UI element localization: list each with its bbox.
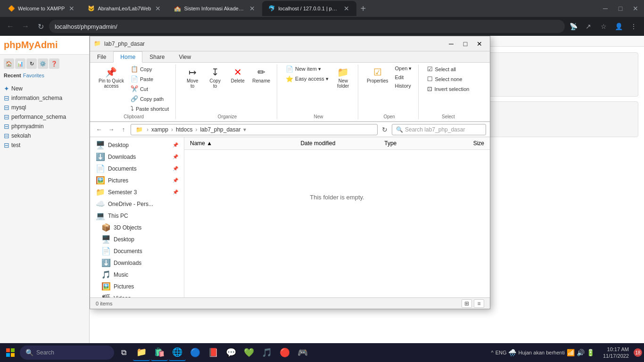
back-button[interactable]: ← xyxy=(4,20,17,33)
tab-close-siakad[interactable]: ✕ xyxy=(248,4,256,13)
fe-forward-button[interactable]: → xyxy=(106,124,116,135)
fe-col-type[interactable]: Type xyxy=(382,139,439,148)
fe-pin-quick-access-button[interactable]: 📌 Pin to Quickaccess xyxy=(96,65,127,113)
more-options-icon[interactable]: ⋮ xyxy=(627,20,640,33)
fe-sidebar-thispc[interactable]: 💻 This PC xyxy=(90,210,184,222)
tab-siakad[interactable]: 🏫 Sistem Informasi Akademik ✕ xyxy=(168,1,262,16)
fe-cut-button[interactable]: ✂️ Cut xyxy=(128,84,172,93)
fe-up-button[interactable]: ↑ xyxy=(118,124,129,135)
fe-sidebar-downloads[interactable]: ⬇️ Downloads 📌 xyxy=(90,151,184,163)
fe-sidebar-documents[interactable]: 📄 Documents 📌 xyxy=(90,163,184,174)
fe-delete-button[interactable]: ✕ Delete xyxy=(227,65,248,113)
fe-rename-button[interactable]: ✏ Rename xyxy=(249,65,273,113)
fe-col-date[interactable]: Date modified xyxy=(298,139,382,148)
fe-select-none-button[interactable]: ☐ Select none xyxy=(424,74,472,83)
fe-path-htdocs[interactable]: htdocs xyxy=(176,126,192,133)
fe-back-button[interactable]: ← xyxy=(94,124,104,135)
fe-sidebar-music[interactable]: 🎵 Music xyxy=(90,269,184,280)
fe-new-item-button[interactable]: 📄 New item ▾ xyxy=(283,65,331,74)
fe-search-box[interactable]: 🔍 Search lab7_php_dasar xyxy=(392,124,486,135)
fe-path-breadcrumb[interactable]: 📁 › xampp › htdocs › lab7_php_dasar ▾ xyxy=(131,124,378,135)
fe-copy-path-button[interactable]: 🔗 Copy path xyxy=(128,94,172,103)
fe-sidebar-semester3[interactable]: 📁 Semester 3 📌 xyxy=(90,186,184,198)
taskbar-spotify[interactable]: 🎵 xyxy=(258,344,275,361)
pma-db-icon[interactable]: 📊 xyxy=(15,58,25,69)
maximize-browser-icon[interactable]: □ xyxy=(614,2,627,15)
fe-sidebar-videos[interactable]: 🎬 Videos xyxy=(90,292,184,297)
fe-sidebar-onedrive[interactable]: ☁️ OneDrive - Pers... xyxy=(90,198,184,210)
pma-home-icon[interactable]: 🏠 xyxy=(4,58,14,69)
profile-icon[interactable]: 👤 xyxy=(612,20,625,33)
fe-edit-button[interactable]: Edit xyxy=(392,74,414,81)
taskbar-clock[interactable]: 10:17 AM 11/17/2022 xyxy=(599,346,633,360)
taskbar-chrome[interactable]: 🔵 xyxy=(187,344,204,361)
fe-path-lab7[interactable]: lab7_php_dasar xyxy=(200,126,240,133)
fe-history-button[interactable]: History xyxy=(392,82,414,90)
taskbar-search-box[interactable]: 🔍 Search xyxy=(20,346,114,360)
taskbar-acrobat[interactable]: 📕 xyxy=(205,344,222,361)
fe-paste-shortcut-button[interactable]: ⤵ Paste shortcut xyxy=(128,104,172,113)
fe-new-folder-button[interactable]: 📁 Newfolder xyxy=(332,65,354,113)
taskbar-whatsapp[interactable]: 💚 xyxy=(240,344,257,361)
tab-close-lab7[interactable]: ✕ xyxy=(154,4,162,13)
taskbar-chevron-icon[interactable]: ^ xyxy=(491,350,493,355)
pma-db-mysql[interactable]: ⊟ mysql xyxy=(0,103,89,112)
tab-welcome[interactable]: 🔶 Welcome to XAMPP ✕ xyxy=(2,1,82,16)
fe-sidebar-desktop2[interactable]: 🖥️ Desktop xyxy=(90,233,184,245)
fe-open-button[interactable]: Open ▾ xyxy=(392,65,414,73)
fe-refresh-button[interactable]: ↻ xyxy=(380,124,390,135)
fe-close-button[interactable]: ✕ xyxy=(473,39,486,49)
fe-paste-button[interactable]: 📄 Paste xyxy=(128,74,172,83)
fe-copy-button[interactable]: 📋 Copy xyxy=(128,65,172,74)
taskbar-chrome2[interactable]: 🔴 xyxy=(276,344,293,361)
share-icon[interactable]: ↗ xyxy=(582,20,595,33)
fe-path-xampp[interactable]: xampp xyxy=(151,126,168,133)
taskbar-skype[interactable]: 💬 xyxy=(223,344,239,361)
task-view-button[interactable]: ⧉ xyxy=(115,344,132,361)
pma-db-info-schema[interactable]: ⊟ information_schema xyxy=(0,93,89,103)
fe-tab-share[interactable]: Share xyxy=(142,51,172,63)
taskbar-steam[interactable]: 🎮 xyxy=(294,344,311,361)
pma-tab-favorites[interactable]: Favorites xyxy=(23,73,44,78)
close-browser-icon[interactable]: ✕ xyxy=(629,2,642,15)
fe-copy-to-button[interactable]: ↧ Copyto xyxy=(204,65,226,113)
fe-detail-view-button[interactable]: ≡ xyxy=(474,299,484,308)
start-button[interactable] xyxy=(2,344,19,361)
pma-db-perf[interactable]: ⊟ performance_schema xyxy=(0,112,89,122)
fe-tab-home[interactable]: Home xyxy=(113,51,142,63)
fe-properties-button[interactable]: ☑ Properties xyxy=(364,65,391,113)
tab-phpmyadmin[interactable]: 🐬 localhost / 127.0.0.1 | phpMyAdm... ✕ xyxy=(262,1,356,16)
pma-settings-icon[interactable]: ⚙️ xyxy=(38,58,48,69)
pma-help-icon[interactable]: ❓ xyxy=(49,58,59,69)
fe-easy-access-button[interactable]: ⭐ Easy access ▾ xyxy=(283,74,331,83)
notification-badge[interactable]: 18 xyxy=(634,348,642,357)
fe-tab-view[interactable]: View xyxy=(172,51,198,63)
fe-col-name[interactable]: Name ▲ xyxy=(188,139,298,148)
pma-db-sekolah[interactable]: ⊟ sekolah xyxy=(0,131,89,140)
fe-select-all-button[interactable]: ☑ Select all xyxy=(424,65,472,74)
taskbar-file-explorer[interactable]: 📁 xyxy=(133,344,150,361)
pma-db-test[interactable]: ⊟ test xyxy=(0,140,89,150)
screen-cast-icon[interactable]: 📡 xyxy=(567,20,580,33)
reload-button[interactable]: ↻ xyxy=(34,20,47,33)
taskbar-store[interactable]: 🛍️ xyxy=(151,344,168,361)
pma-db-new[interactable]: ✦ New xyxy=(0,84,89,93)
fe-sidebar-pictures[interactable]: 🖼️ Pictures 📌 xyxy=(90,174,184,186)
fe-sidebar-documents2[interactable]: 📄 Documents xyxy=(90,245,184,257)
fe-tab-file[interactable]: File xyxy=(90,51,113,63)
fe-invert-selection-button[interactable]: ⊡ Invert selection xyxy=(424,84,472,93)
new-tab-button[interactable]: + xyxy=(356,3,370,14)
fe-sidebar-downloads2[interactable]: ⬇️ Downloads xyxy=(90,257,184,269)
tab-lab7web[interactable]: 🐱 AbrahamLeo/Lab7Web ✕ xyxy=(82,1,168,16)
fe-sidebar-pictures2[interactable]: 🖼️ Pictures xyxy=(90,280,184,292)
fe-col-size[interactable]: Size xyxy=(439,139,486,148)
taskbar-edge[interactable]: 🌐 xyxy=(169,344,186,361)
fe-maximize-button[interactable]: □ xyxy=(459,39,472,49)
tab-close-welcome[interactable]: ✕ xyxy=(67,4,76,13)
address-bar[interactable]: localhost/phpmyadmin/ xyxy=(49,20,565,33)
bookmark-icon[interactable]: ☆ xyxy=(597,20,610,33)
pma-tab-recent[interactable]: Recent xyxy=(4,73,21,78)
fe-move-to-button[interactable]: ↦ Moveto xyxy=(182,65,203,113)
tab-close-pma[interactable]: ✕ xyxy=(342,4,351,13)
fe-large-icon-view-button[interactable]: ⊞ xyxy=(462,299,472,308)
